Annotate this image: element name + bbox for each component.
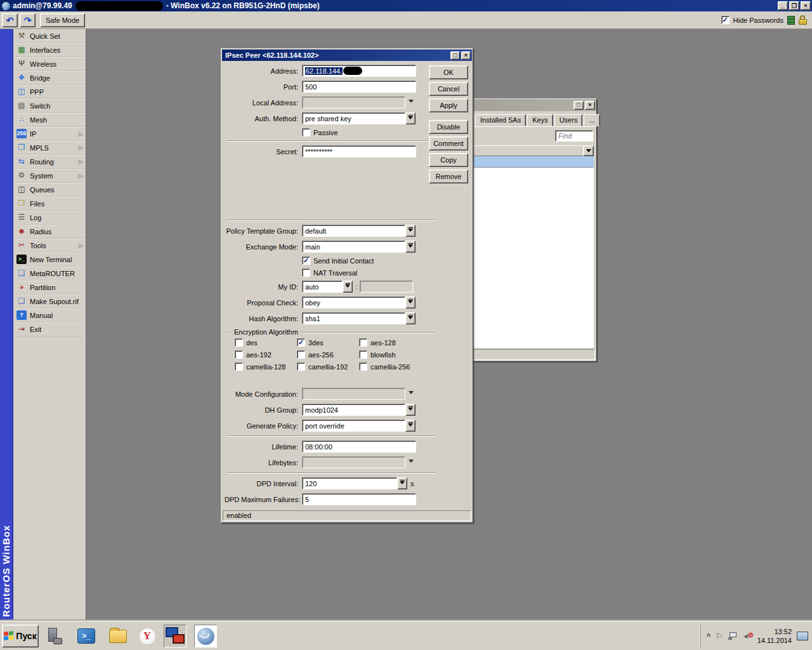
policy-template-group-dropdown-button[interactable] bbox=[405, 225, 416, 237]
auth-method-combobox[interactable]: pre shared key bbox=[302, 112, 405, 124]
local-address-dropdown[interactable] bbox=[302, 96, 405, 109]
sidebar-item-manual[interactable]: ?Manual bbox=[13, 308, 86, 322]
show-desktop-icon[interactable] bbox=[797, 632, 808, 640]
tab-installed-sas[interactable]: Installed SAs bbox=[475, 114, 526, 126]
sidebar-item-quick-set[interactable]: ⚒Quick Set bbox=[13, 29, 86, 43]
remove-button[interactable]: Remove bbox=[429, 169, 468, 183]
column-filter-dropdown-button[interactable] bbox=[583, 145, 594, 156]
tab-users[interactable]: Users bbox=[554, 114, 583, 126]
aes-192-checkbox[interactable] bbox=[235, 350, 243, 359]
yandex-browser-shortcut[interactable]: Y bbox=[136, 625, 159, 647]
action-center-flag-icon[interactable]: ⚐ bbox=[716, 632, 723, 641]
aes-128-checkbox[interactable] bbox=[359, 338, 367, 347]
sidebar-item-wireless[interactable]: ΨWireless bbox=[13, 57, 86, 71]
safe-mode-button[interactable]: Safe Mode bbox=[40, 13, 85, 27]
hash-algorithm-combobox[interactable]: sha1 bbox=[302, 312, 405, 324]
tray-clock[interactable]: 13:52 14.11.2014 bbox=[757, 627, 792, 645]
dpd-interval-combobox[interactable]: 120 bbox=[302, 477, 397, 489]
explorer-shortcut[interactable] bbox=[107, 625, 129, 647]
tab-keys[interactable]: Keys bbox=[527, 114, 553, 126]
dropdown-arrow-icon[interactable] bbox=[409, 391, 414, 397]
sidebar-item-radius[interactable]: ☻Radius bbox=[13, 225, 86, 239]
volume-muted-icon[interactable]: ◄⊘ bbox=[742, 632, 752, 640]
minimize-button[interactable]: _ bbox=[778, 1, 788, 10]
remote-desktop-task-button[interactable] bbox=[164, 625, 187, 647]
sidebar-item-system[interactable]: ⚙System▷ bbox=[13, 169, 86, 183]
dh-group-dropdown-button[interactable] bbox=[405, 404, 416, 416]
proposal-check-dropdown-button[interactable] bbox=[405, 296, 416, 308]
sidebar-item-bridge[interactable]: ❖Bridge bbox=[13, 71, 86, 85]
powershell-shortcut[interactable]: >_ bbox=[75, 625, 98, 647]
passive-checkbox[interactable] bbox=[302, 128, 310, 136]
find-input[interactable] bbox=[555, 130, 593, 142]
camellia-192-checkbox[interactable] bbox=[297, 362, 305, 371]
ok-button[interactable]: OK bbox=[429, 65, 468, 79]
sidebar-item-tools[interactable]: ✂Tools▷ bbox=[13, 239, 86, 253]
port-input[interactable]: 500 bbox=[302, 81, 416, 93]
restore-button[interactable]: ❐ bbox=[789, 1, 799, 10]
apply-button[interactable]: Apply bbox=[429, 98, 468, 112]
my-id-combobox[interactable]: auto bbox=[302, 281, 343, 293]
sidebar-item-new-terminal[interactable]: >_New Terminal bbox=[13, 253, 86, 267]
dropdown-arrow-icon[interactable] bbox=[409, 100, 414, 105]
redo-button[interactable]: ↷ bbox=[20, 13, 36, 27]
lifetime-input[interactable]: 08:00:00 bbox=[302, 441, 416, 453]
sidebar-item-metarouter[interactable]: ❑MetaROUTER bbox=[13, 267, 86, 281]
camellia-128-checkbox[interactable] bbox=[235, 362, 243, 371]
generate-policy-combobox[interactable]: port override bbox=[302, 420, 405, 432]
dpd-maximum-failures-input[interactable]: 5 bbox=[302, 493, 416, 505]
tab-more[interactable]: ... bbox=[584, 114, 599, 126]
sidebar-item-partition[interactable]: ◕Partition bbox=[13, 281, 86, 295]
sidebar-item-exit[interactable]: ⇥Exit bbox=[13, 322, 86, 336]
close-button[interactable]: × bbox=[801, 1, 811, 10]
start-button[interactable]: Пуск bbox=[2, 625, 39, 647]
sidebar-item-interfaces[interactable]: ▦Interfaces bbox=[13, 43, 86, 57]
sidebar-item-log[interactable]: ☰Log bbox=[13, 211, 86, 225]
copy-button[interactable]: Copy bbox=[429, 153, 468, 167]
sidebar-item-queues[interactable]: ◫Queues bbox=[13, 183, 86, 197]
my-id-dropdown-button[interactable] bbox=[343, 281, 353, 293]
exchange-mode-combobox[interactable]: main bbox=[302, 241, 405, 253]
dpd-interval-dropdown-button[interactable] bbox=[397, 477, 407, 489]
undo-button[interactable]: ↶ bbox=[2, 13, 18, 27]
sidebar-item-make-supout-rif[interactable]: ❏Make Supout.rif bbox=[13, 295, 86, 308]
ipsec-maximize-button[interactable]: □ bbox=[573, 101, 584, 110]
lifebytes-dropdown[interactable] bbox=[302, 456, 405, 468]
nat-traversal-checkbox[interactable] bbox=[302, 269, 310, 277]
generate-policy-dropdown-button[interactable] bbox=[405, 420, 416, 432]
proposal-check-combobox[interactable]: obey bbox=[302, 296, 405, 308]
mode-configuration-dropdown[interactable] bbox=[302, 388, 405, 400]
send-initial-contact-checkbox[interactable]: ✓ bbox=[302, 256, 310, 265]
address-input[interactable]: 62.118.144. bbox=[302, 65, 416, 77]
sidebar-item-mpls[interactable]: ❐MPLS▷ bbox=[13, 141, 86, 155]
dialog-close-button[interactable]: × bbox=[461, 51, 471, 60]
sidebar-item-routing[interactable]: ⇆Routing▷ bbox=[13, 155, 86, 169]
secret-input[interactable]: ********** bbox=[302, 145, 416, 157]
computer-tools-shortcut[interactable] bbox=[43, 625, 66, 647]
disable-button[interactable]: Disable bbox=[429, 120, 468, 134]
blowfish-checkbox[interactable] bbox=[359, 350, 367, 359]
dh-group-combobox[interactable]: modp1024 bbox=[302, 404, 405, 416]
sidebar-item-files[interactable]: ❒Files bbox=[13, 197, 86, 211]
aes-256-checkbox[interactable] bbox=[297, 350, 305, 359]
network-icon[interactable] bbox=[728, 632, 737, 640]
hide-passwords-checkbox[interactable]: ✓ bbox=[721, 16, 730, 24]
dropdown-arrow-icon[interactable] bbox=[409, 460, 414, 465]
hash-algorithm-dropdown-button[interactable] bbox=[405, 312, 416, 324]
sidebar-item-switch[interactable]: ▤Switch bbox=[13, 99, 86, 113]
ipsec-close-button[interactable]: × bbox=[585, 101, 595, 110]
winbox-task-button[interactable] bbox=[194, 625, 217, 647]
dialog-maximize-button[interactable]: □ bbox=[450, 51, 460, 60]
policy-template-group-combobox[interactable]: default bbox=[302, 225, 405, 237]
cancel-button[interactable]: Cancel bbox=[429, 82, 468, 96]
sidebar-item-mesh[interactable]: ∴Mesh bbox=[13, 113, 86, 127]
auth-method-dropdown-button[interactable] bbox=[405, 112, 416, 124]
sidebar-item-ip[interactable]: 255IP▷ bbox=[13, 127, 86, 141]
my-id-value-input[interactable] bbox=[360, 281, 413, 293]
3des-checkbox[interactable]: ✓ bbox=[297, 338, 305, 347]
camellia-256-checkbox[interactable] bbox=[359, 362, 367, 371]
comment-button[interactable]: Comment bbox=[429, 136, 468, 150]
tray-chevron-icon[interactable]: ^ bbox=[707, 632, 710, 640]
des-checkbox[interactable] bbox=[235, 338, 243, 347]
exchange-mode-dropdown-button[interactable] bbox=[405, 241, 416, 253]
